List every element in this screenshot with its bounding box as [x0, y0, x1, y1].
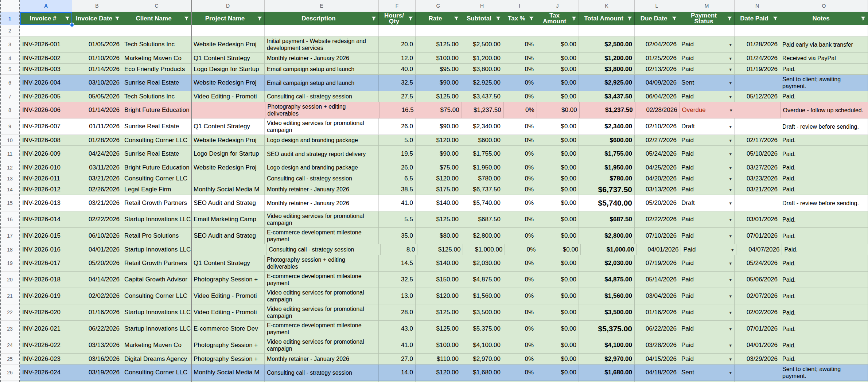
row-header-7[interactable]: 7 [0, 91, 20, 102]
cell-desc[interactable]: Video editing services for promotional c… [265, 118, 379, 135]
cell-subtotal[interactable]: $2,340.00 [461, 118, 503, 135]
cell-hours[interactable]: 27.5 [379, 91, 416, 102]
cell-notes[interactable]: Paid. [780, 146, 868, 162]
cell-due[interactable]: 04/01/2026 [637, 244, 681, 255]
cell-status[interactable]: Paid▾ [679, 255, 735, 272]
cell-hours[interactable]: 16.5 [379, 102, 416, 118]
cell-status[interactable]: Paid▾ [679, 304, 735, 321]
dropdown-arrow-icon[interactable]: ▾ [729, 293, 732, 299]
cell-desc[interactable]: Consulting call - strategy session [265, 91, 379, 102]
cell-hours[interactable]: 40.0 [379, 64, 416, 75]
column-letter-D[interactable]: D [191, 0, 265, 12]
cell-date[interactable]: 01/14/2026 [72, 64, 122, 75]
cell-desc[interactable]: Initial payment - Website redesign and d… [265, 36, 379, 53]
cell-hours[interactable] [379, 25, 416, 36]
column-letter-L[interactable]: L [635, 0, 679, 12]
cell-tax_amt[interactable]: $0.00 [536, 272, 579, 288]
row-header-9[interactable]: 9 [0, 118, 20, 135]
cell-project[interactable]: SEO Audit and Strateg [191, 195, 265, 211]
cell-client[interactable]: Capital Growth Advisor [122, 272, 191, 288]
cell-invoice[interactable]: INV-2026-022 [20, 337, 72, 354]
cell-total[interactable] [579, 25, 635, 36]
column-letter-I[interactable]: I [503, 0, 536, 12]
cell-tax_pct[interactable]: 0% [503, 173, 536, 184]
cell-project[interactable] [191, 173, 265, 184]
cell-notes[interactable]: Paid. [780, 91, 868, 102]
row-header-14[interactable]: 14 [0, 184, 20, 195]
cell-invoice[interactable]: INV-2026-008 [20, 135, 72, 146]
cell-tax_amt[interactable]: $0.00 [536, 162, 579, 173]
cell-tax_amt[interactable]: $0.00 [536, 184, 579, 195]
dropdown-arrow-icon[interactable]: ▾ [729, 356, 732, 362]
dropdown-arrow-icon[interactable]: ▾ [729, 137, 732, 143]
row-header-26[interactable]: 26 [0, 365, 20, 381]
select-all-corner[interactable] [0, 0, 20, 12]
cell-tax_amt[interactable]: $0.00 [537, 102, 580, 118]
cell-notes[interactable]: Paid. [780, 162, 868, 173]
cell-status[interactable]: Paid▾ [679, 162, 735, 173]
cell-client[interactable]: Bright Future Education [122, 102, 192, 118]
cell-hours[interactable]: 35.0 [379, 228, 416, 244]
cell-date[interactable]: 02/02/2026 [72, 288, 122, 304]
cell-total[interactable]: $3,437.50 [579, 91, 635, 102]
cell-total[interactable]: $2,970.00 [579, 354, 635, 365]
cell-tax_pct[interactable]: 0% [503, 64, 536, 75]
cell-date[interactable]: 03/21/2026 [72, 173, 122, 184]
cell-date[interactable]: 04/24/2026 [72, 146, 122, 162]
cell-client[interactable]: Sunrise Real Estate [122, 146, 191, 162]
cell-client[interactable]: Eco Friendly Products [122, 64, 191, 75]
cell-tax_pct[interactable]: 0% [503, 118, 536, 135]
filter-icon[interactable] [672, 16, 677, 21]
cell-client[interactable]: Marketing Maven Co [122, 337, 191, 354]
cell-due[interactable]: 07/10/2026 [635, 228, 679, 244]
cell-rate[interactable]: $95.00 [416, 64, 461, 75]
column-header-description[interactable]: Description [265, 12, 379, 25]
cell-status[interactable]: Paid▾ [679, 272, 735, 288]
cell-status[interactable]: Sent▾ [679, 75, 735, 91]
row-header-3[interactable]: 3 [0, 36, 20, 53]
cell-client[interactable]: Startup Innovations LLC [122, 211, 191, 228]
row-header-5[interactable]: 5 [0, 64, 20, 75]
cell-tax_pct[interactable]: 0% [503, 321, 536, 337]
cell-total[interactable]: $5,740.00 [579, 195, 635, 211]
cell-project[interactable]: Website Redesign Proj [191, 162, 265, 173]
cell-notes[interactable]: Paid. [780, 304, 868, 321]
cell-due[interactable]: 04/15/2026 [635, 354, 679, 365]
cell-tax_amt[interactable]: $0.00 [536, 118, 579, 135]
cell-total[interactable]: $1,000.00 [581, 244, 637, 255]
cell-tax_pct[interactable]: 0% [504, 102, 537, 118]
cell-client[interactable]: Sunrise Real Estate [122, 75, 191, 91]
cell-notes[interactable]: Paid. [780, 337, 868, 354]
cell-due[interactable]: 03/04/2026 [635, 288, 679, 304]
cell-status[interactable]: Paid▾ [681, 244, 736, 255]
cell-rate[interactable]: $90.00 [416, 146, 461, 162]
cell-hours[interactable]: 26.0 [379, 162, 416, 173]
cell-tax_amt[interactable]: $0.00 [536, 321, 579, 337]
dropdown-arrow-icon[interactable]: ▾ [729, 343, 732, 348]
cell-subtotal[interactable]: $1,560.00 [461, 288, 503, 304]
cell-notes[interactable]: Draft - review before sending. [780, 195, 868, 211]
column-header-notes[interactable]: Notes [780, 12, 868, 25]
column-header-rate[interactable]: Rate [416, 12, 461, 25]
cell-rate[interactable]: $125.00 [416, 211, 461, 228]
cell-subtotal[interactable]: $1,680.00 [461, 365, 503, 381]
cell-hours[interactable]: 26.0 [379, 118, 416, 135]
column-header-client-name[interactable]: Client Name [122, 12, 191, 25]
cell-total[interactable]: $3,500.00 [579, 304, 635, 321]
row-header-19[interactable]: 19 [0, 255, 20, 272]
cell-paid[interactable]: 02/17/2026 [735, 135, 780, 146]
cell-due[interactable]: 04/20/2026 [635, 173, 679, 184]
dropdown-arrow-icon[interactable]: ▾ [729, 124, 732, 129]
cell-subtotal[interactable]: $2,500.00 [461, 36, 503, 53]
cell-desc[interactable]: Monthly retainer - January 2026 [265, 195, 379, 211]
cell-paid[interactable] [735, 102, 781, 118]
cell-desc[interactable]: Consulting call - strategy session [266, 244, 381, 255]
dropdown-arrow-icon[interactable]: ▾ [729, 66, 732, 72]
cell-date[interactable]: 03/21/2026 [72, 195, 122, 211]
cell-due[interactable]: 02/22/2026 [635, 211, 679, 228]
row-header-21[interactable]: 21 [0, 288, 20, 304]
cell-desc[interactable]: Consulting call - strategy session [265, 173, 379, 184]
dropdown-arrow-icon[interactable]: ▾ [729, 277, 732, 282]
cell-notes[interactable]: Sent to client; awaiting payment. [780, 365, 868, 381]
cell-tax_amt[interactable]: $0.00 [536, 365, 579, 381]
